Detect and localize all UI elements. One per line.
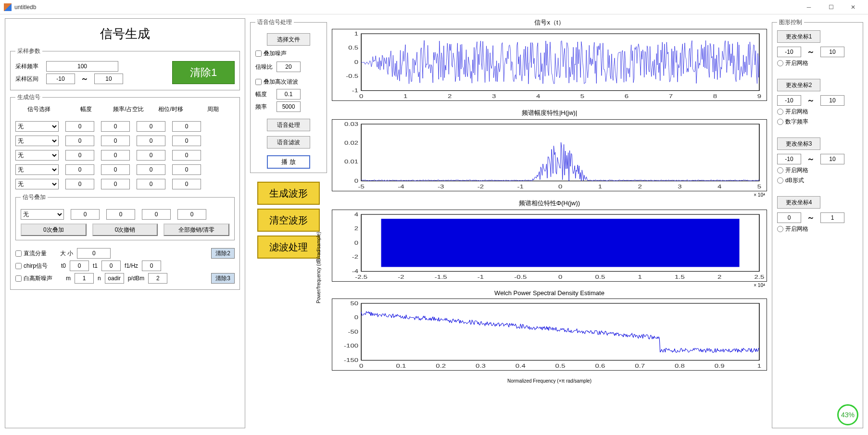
overlay-undo-button[interactable]: 0次撤销	[92, 224, 158, 236]
signal-select-3[interactable]: 无	[15, 164, 59, 175]
f1-input[interactable]	[142, 261, 161, 271]
grid-4-radio[interactable]	[777, 226, 783, 232]
phase-3[interactable]	[137, 164, 165, 175]
overlay-clear-button[interactable]: 全部撤销/清零	[164, 224, 229, 236]
freq-4[interactable]	[101, 179, 130, 189]
axis-3-hi[interactable]	[820, 154, 844, 164]
svg-text:0: 0	[354, 239, 358, 246]
period-1[interactable]	[172, 136, 201, 146]
phase-0[interactable]	[137, 121, 165, 132]
overlay-c[interactable]	[142, 209, 171, 220]
axis-1-hi[interactable]	[820, 47, 844, 57]
signal-select-4[interactable]: 无	[15, 179, 59, 189]
plot2: -5-4-3-2-101234500.010.020.03	[332, 119, 767, 191]
svg-text:0.4: 0.4	[516, 363, 526, 369]
amp-2[interactable]	[65, 150, 94, 161]
amp-0[interactable]	[65, 121, 94, 132]
m-input[interactable]	[75, 273, 94, 284]
audio-proc-button[interactable]: 语音处理	[267, 119, 310, 131]
choose-file-button[interactable]: 选择文件	[267, 33, 310, 46]
add-noise-checkbox[interactable]	[255, 50, 262, 57]
signal-row: 无	[15, 121, 235, 132]
amp-4[interactable]	[65, 179, 94, 189]
dc-value[interactable]	[77, 248, 111, 259]
svg-text:-100: -100	[344, 343, 358, 349]
change-axis-1-button[interactable]: 更改坐标1	[777, 30, 820, 43]
phase-1[interactable]	[137, 136, 165, 146]
audio-filt-button[interactable]: 语音滤波	[267, 136, 310, 149]
plots-column: 信号x（t） 0123456789-1-0.500.51 频谱幅度特性|H(jw…	[332, 18, 767, 431]
change-axis-2-button[interactable]: 更改坐标2	[777, 79, 820, 91]
t0-input[interactable]	[70, 261, 89, 271]
signal-row: 无	[15, 150, 235, 161]
snr-input[interactable]	[277, 62, 301, 72]
change-axis-3-button[interactable]: 更改坐标3	[777, 137, 820, 150]
grid-1-radio[interactable]	[777, 60, 783, 66]
harm-freq-input[interactable]	[277, 101, 301, 112]
filter-proc-button[interactable]: 滤波处理	[257, 236, 320, 259]
harm-amp-input[interactable]	[277, 89, 301, 99]
freq-3[interactable]	[101, 164, 130, 175]
extra-2-radio[interactable]	[777, 119, 783, 125]
period-4[interactable]	[172, 179, 201, 189]
gen-wave-button[interactable]: 生成波形	[257, 182, 320, 205]
minimize-button[interactable]: ─	[798, 0, 820, 14]
chirp-checkbox[interactable]	[15, 263, 22, 269]
signal-select-2[interactable]: 无	[15, 150, 59, 161]
svg-text:0.1: 0.1	[396, 363, 406, 369]
t1-input[interactable]	[101, 261, 121, 271]
freq-2[interactable]	[101, 150, 130, 161]
clear1-button[interactable]: 清除1	[172, 61, 235, 84]
svg-text:0: 0	[359, 363, 363, 369]
n-input[interactable]	[105, 273, 124, 284]
axis-4-lo[interactable]	[777, 212, 801, 223]
dc-checkbox[interactable]	[15, 250, 22, 257]
grid-2-radio[interactable]	[777, 109, 783, 115]
svg-text:-4: -4	[398, 184, 404, 190]
maximize-button[interactable]: ☐	[820, 0, 842, 14]
input-sample-freq[interactable]	[46, 61, 118, 72]
extra-3-radio[interactable]	[777, 177, 783, 184]
amp-1[interactable]	[65, 136, 94, 146]
phase-4[interactable]	[137, 179, 165, 189]
clear3-button[interactable]: 清除3	[211, 273, 235, 284]
overlay-a[interactable]	[71, 209, 100, 220]
clear-wave-button[interactable]: 清空波形	[257, 209, 320, 232]
legend-audio: 语音信号处理	[255, 18, 294, 26]
axis-3-lo[interactable]	[777, 154, 801, 164]
close-button[interactable]: ✕	[842, 0, 864, 14]
input-range-hi[interactable]	[94, 74, 123, 84]
panel-title: 信号生成	[10, 23, 240, 47]
overlay-add-button[interactable]: 0次叠加	[21, 224, 87, 236]
period-2[interactable]	[172, 150, 201, 161]
phase-2[interactable]	[137, 150, 165, 161]
svg-text:0.03: 0.03	[344, 121, 358, 127]
amp-3[interactable]	[65, 164, 94, 175]
svg-text:-2: -2	[352, 254, 358, 260]
overlay-select[interactable]: 无	[21, 209, 64, 220]
panel-audio: 语音信号处理 选择文件 叠加噪声 信噪比 叠加高次谐波 幅度 频率 语音处理 语…	[250, 18, 327, 173]
input-range-lo[interactable]	[46, 74, 75, 84]
axis-2-hi[interactable]	[820, 95, 844, 106]
axis-2-lo[interactable]	[777, 95, 801, 106]
freq-1[interactable]	[101, 136, 130, 146]
change-axis-4-button[interactable]: 更改坐标4	[777, 196, 820, 209]
signal-select-0[interactable]: 无	[15, 121, 59, 132]
axis-1-lo[interactable]	[777, 47, 801, 57]
noise-checkbox[interactable]	[15, 275, 22, 282]
axis-4-hi[interactable]	[820, 212, 844, 223]
overlay-d[interactable]	[177, 209, 206, 220]
clear2-button[interactable]: 清除2	[211, 248, 235, 259]
freq-0[interactable]	[101, 121, 130, 132]
signal-select-1[interactable]: 无	[15, 136, 59, 146]
p-input[interactable]	[148, 273, 167, 284]
period-0[interactable]	[172, 121, 201, 132]
axis-block: 更改坐标3 ～ 开启网格 dB形式	[777, 137, 858, 185]
add-harm-checkbox[interactable]	[255, 79, 262, 85]
period-3[interactable]	[172, 164, 201, 175]
overlay-b[interactable]	[106, 209, 135, 220]
plot3-exp: × 10⁴	[754, 192, 765, 198]
grid-3-radio[interactable]	[777, 167, 783, 174]
plot3: -2.5-2-1.5-1-0.500.511.522.5-4-2024	[332, 210, 767, 282]
play-button[interactable]: 播 放	[267, 155, 310, 169]
